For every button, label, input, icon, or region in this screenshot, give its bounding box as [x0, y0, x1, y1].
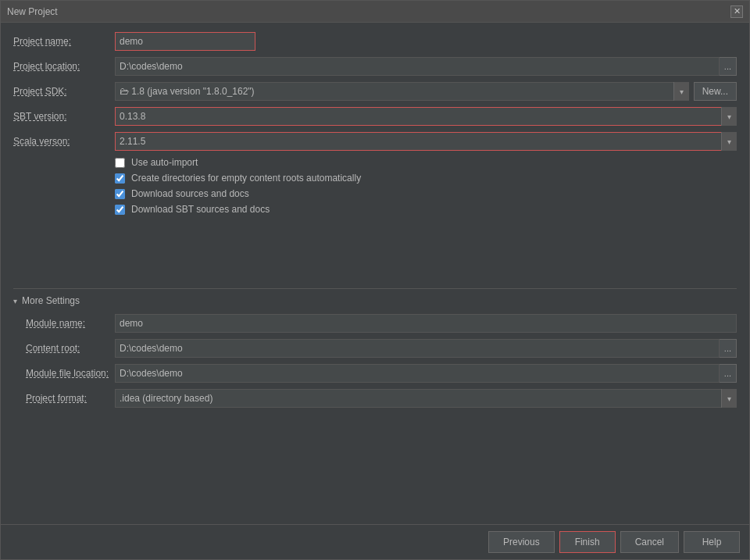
sdk-dropdown[interactable]: 🗁 1.8 (java version "1.8.0_162") ▾ [115, 82, 689, 101]
project-location-browse-btn[interactable]: ... [720, 57, 737, 76]
module-file-browse-btn[interactable]: ... [720, 364, 737, 383]
dialog-content: Project name: Project location: ... Proj… [1, 23, 749, 524]
sbt-version-row: SBT version: ▾ [13, 107, 737, 126]
create-dirs-label[interactable]: Create directories for empty content roo… [131, 173, 361, 184]
more-settings-content: Module name: Content root: ... [13, 314, 737, 408]
dialog-title: New Project [7, 6, 58, 17]
create-dirs-checkbox-row: Create directories for empty content roo… [115, 173, 737, 184]
title-bar: New Project ✕ [1, 1, 749, 23]
sdk-select-input[interactable]: 🗁 1.8 (java version "1.8.0_162") [115, 82, 689, 101]
project-sdk-row: Project SDK: 🗁 1.8 (java version "1.8.0_… [13, 82, 737, 101]
dialog-footer: Previous Finish Cancel Help [1, 524, 749, 559]
module-file-wrapper: ... [115, 364, 737, 383]
content-root-label: Content root: [13, 343, 115, 354]
sbt-version-wrapper: ▾ [115, 107, 737, 126]
more-settings-toggle[interactable]: ▾ More Settings [13, 295, 737, 306]
project-name-label: Project name: [13, 36, 115, 47]
sdk-new-btn[interactable]: New... [694, 82, 737, 101]
download-sources-label[interactable]: Download sources and docs [131, 188, 249, 199]
previous-button[interactable]: Previous [488, 531, 555, 553]
project-location-label: Project location: [13, 61, 115, 72]
sbt-version-arrow[interactable]: ▾ [721, 107, 737, 126]
project-name-row: Project name: [13, 32, 737, 51]
sbt-version-input[interactable] [115, 107, 737, 126]
module-file-label: Module file location: [13, 368, 115, 379]
close-button[interactable]: ✕ [730, 5, 743, 18]
scala-version-label: Scala verson: [13, 136, 115, 147]
create-dirs-checkbox[interactable] [115, 173, 125, 184]
module-name-label: Module name: [13, 318, 115, 329]
auto-import-label[interactable]: Use auto-import [131, 157, 198, 168]
content-root-row: Content root: ... [13, 339, 737, 358]
content-root-wrapper: ... [115, 339, 737, 358]
project-format-label: Project format: [13, 393, 115, 404]
project-format-select[interactable]: .idea (directory based) [115, 389, 737, 408]
more-settings-section: ▾ More Settings Module name: Content roo… [13, 288, 737, 408]
scala-version-input[interactable] [115, 132, 737, 151]
module-file-row: Module file location: ... [13, 364, 737, 383]
project-format-row: Project format: .idea (directory based) … [13, 389, 737, 408]
content-root-input[interactable] [115, 339, 720, 358]
content-root-browse-btn[interactable]: ... [720, 339, 737, 358]
auto-import-checkbox-row: Use auto-import [115, 157, 737, 168]
cancel-button[interactable]: Cancel [620, 531, 679, 553]
download-sbt-checkbox[interactable] [115, 205, 125, 215]
project-sdk-label: Project SDK: [13, 86, 115, 97]
download-sources-checkbox[interactable] [115, 189, 125, 199]
scala-version-arrow[interactable]: ▾ [721, 132, 737, 151]
more-settings-label: More Settings [22, 295, 80, 306]
project-location-input[interactable] [115, 57, 720, 76]
module-name-row: Module name: [13, 314, 737, 333]
module-file-input[interactable] [115, 364, 720, 383]
auto-import-checkbox[interactable] [115, 158, 125, 168]
download-sources-checkbox-row: Download sources and docs [115, 188, 737, 199]
module-name-input[interactable] [115, 314, 737, 333]
scala-version-row: Scala verson: ▾ [13, 132, 737, 151]
new-project-dialog: New Project ✕ Project name: Project loca… [0, 0, 750, 560]
download-sbt-label[interactable]: Download SBT sources and docs [131, 204, 270, 215]
project-location-row: Project location: ... [13, 57, 737, 76]
sbt-version-label: SBT version: [13, 111, 115, 122]
download-sbt-checkbox-row: Download SBT sources and docs [115, 204, 737, 215]
help-button[interactable]: Help [684, 531, 740, 553]
finish-button[interactable]: Finish [559, 531, 616, 553]
project-name-input[interactable] [115, 32, 255, 51]
scala-version-wrapper: ▾ [115, 132, 737, 151]
project-format-wrapper[interactable]: .idea (directory based) ▾ [115, 389, 737, 408]
sdk-select-wrapper: 🗁 1.8 (java version "1.8.0_162") ▾ New..… [115, 82, 737, 101]
project-location-input-wrapper: ... [115, 57, 737, 76]
more-settings-triangle: ▾ [13, 297, 17, 305]
